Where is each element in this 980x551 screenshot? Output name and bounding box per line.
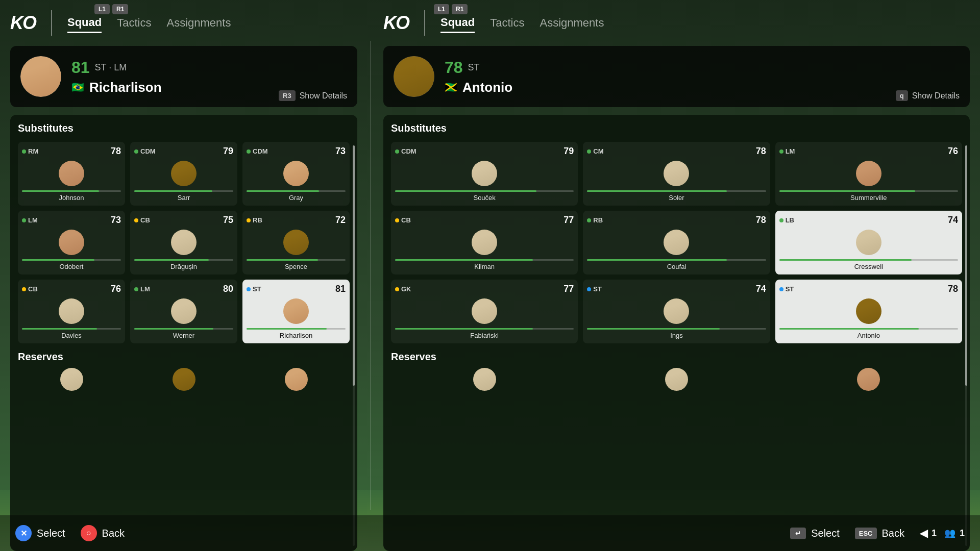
left-player-dragusin[interactable]: CB 75 Drăgușin — [130, 211, 237, 274]
left-featured-flag: 🇧🇷 — [71, 81, 84, 93]
right-featured-name-row: 🇯🇲 Antonio — [445, 80, 960, 95]
nav-arrow-icon: ◀ — [920, 527, 927, 539]
left-show-details-key: R3 — [279, 90, 296, 101]
right-rating-antonio: 78 — [948, 284, 958, 294]
left-face-johnson — [59, 161, 84, 186]
left-player-gray[interactable]: CDM 73 Gray — [242, 142, 350, 206]
left-scroll-thumb — [353, 145, 355, 386]
left-squad-card: Substitutes RM 78 Johnson — [10, 115, 357, 551]
left-reserve-2[interactable] — [130, 368, 237, 391]
right-player-antonio[interactable]: ST 78 Antonio — [775, 280, 962, 343]
left-face-werner — [171, 298, 197, 324]
right-face-fabiasnki — [472, 298, 497, 324]
right-reserve-2[interactable] — [583, 368, 770, 391]
left-back-button[interactable]: ○ Back — [81, 525, 125, 541]
left-reserve-face-2 — [173, 368, 195, 391]
right-player-cresswell[interactable]: LB 74 Cresswell — [775, 211, 962, 274]
right-show-details-label: Show Details — [912, 91, 960, 101]
right-player-soucek[interactable]: CDM 79 Souček — [391, 142, 578, 206]
left-featured-player-card: 81 ST · LM 🇧🇷 Richarlison R3 Show Detail… — [10, 46, 357, 107]
right-select-button[interactable]: ↵ Select — [790, 527, 840, 539]
left-pos-richarlison: ST — [253, 285, 261, 293]
left-name-spence: Spence — [285, 263, 307, 270]
right-face-summerville — [856, 161, 881, 186]
counter-left: 1 — [932, 528, 937, 539]
right-back-button[interactable]: ESC Back — [855, 527, 904, 539]
right-reserve-face-2 — [665, 368, 688, 391]
left-featured-name: Richarlison — [89, 80, 162, 95]
right-name-coufal: Coufal — [667, 263, 687, 270]
right-rating-cresswell: 74 — [948, 215, 958, 226]
left-rating-sarr: 79 — [223, 146, 233, 157]
counter-right: 1 — [960, 528, 965, 539]
left-select-button[interactable]: ✕ Select — [15, 525, 65, 541]
left-player-spence[interactable]: RB 72 Spence — [242, 211, 350, 274]
o-button-icon: ○ — [81, 525, 97, 541]
left-face-odobert — [59, 230, 84, 255]
left-player-johnson[interactable]: RM 78 Johnson — [18, 142, 125, 206]
left-name-richarlison-sub: Richarlison — [280, 332, 312, 339]
right-player-fabiasnki[interactable]: GK 77 Fabiański — [391, 280, 578, 343]
l1-button-right[interactable]: L1 — [434, 4, 449, 14]
right-name-cresswell: Cresswell — [854, 263, 883, 270]
left-dot-spence — [247, 218, 251, 222]
left-dot-richarlison — [247, 287, 251, 291]
right-reserve-3[interactable] — [775, 368, 962, 391]
left-featured-avatar — [20, 56, 61, 97]
bottom-left-controls: ✕ Select ○ Back — [15, 525, 125, 541]
right-dot-kilman — [395, 218, 399, 222]
right-name-summerville: Summerville — [850, 194, 887, 202]
left-tab-squad[interactable]: Squad — [67, 13, 102, 33]
right-face-kilman — [472, 230, 497, 255]
right-player-coufal[interactable]: RB 78 Coufal — [583, 211, 770, 274]
left-dot-johnson — [22, 149, 26, 154]
left-reserve-1[interactable] — [18, 368, 125, 391]
x-button-icon: ✕ — [15, 525, 32, 541]
right-player-kilman[interactable]: CB 77 Kilman — [391, 211, 578, 274]
left-tab-assignments[interactable]: Assignments — [166, 14, 231, 32]
left-header-divider — [51, 10, 52, 36]
right-rating-soucek: 79 — [564, 146, 574, 157]
right-tab-tactics[interactable]: Tactics — [490, 14, 524, 32]
r1-button-left[interactable]: R1 — [112, 4, 128, 14]
right-reserve-face-3 — [857, 368, 880, 391]
left-featured-position: ST · LM — [95, 62, 127, 73]
right-players-grid: CDM 79 Souček CM 78 — [391, 142, 962, 343]
right-scroll-indicator — [965, 145, 967, 546]
right-reserve-1[interactable] — [391, 368, 578, 391]
bottom-right-controls: ↵ Select ESC Back ◀ 1 👥 1 — [790, 527, 965, 539]
right-pos-cresswell: LB — [786, 216, 794, 224]
right-face-ings — [664, 298, 689, 324]
left-select-label: Select — [37, 528, 65, 539]
l1-button-left[interactable]: L1 — [94, 4, 110, 14]
left-player-odobert[interactable]: LM 73 Odobert — [18, 211, 125, 274]
right-pos-kilman: CB — [401, 216, 411, 224]
left-face-gray — [283, 161, 309, 186]
left-player-werner[interactable]: LM 80 Werner — [130, 280, 237, 343]
right-player-summerville[interactable]: LM 76 Summerville — [775, 142, 962, 206]
r1-button-right[interactable]: R1 — [452, 4, 468, 14]
right-player-ings[interactable]: ST 74 Ings — [583, 280, 770, 343]
right-rating-soler: 78 — [756, 146, 766, 157]
left-reserve-3[interactable] — [242, 368, 350, 391]
right-tab-squad[interactable]: Squad — [440, 13, 475, 33]
left-player-sarr[interactable]: CDM 79 Sarr — [130, 142, 237, 206]
left-show-details[interactable]: R3 Show Details — [279, 90, 347, 101]
right-tab-assignments[interactable]: Assignments — [540, 14, 604, 32]
left-player-davies[interactable]: CB 76 Davies — [18, 280, 125, 343]
right-reserves-grid — [391, 368, 962, 391]
left-logo: KO — [10, 12, 36, 34]
left-player-richarlison[interactable]: ST 81 Richarlison — [242, 280, 350, 343]
right-controller-buttons: L1 R1 — [434, 4, 468, 14]
left-name-werner: Werner — [173, 332, 194, 339]
left-tab-tactics[interactable]: Tactics — [117, 14, 151, 32]
right-featured-name: Antonio — [462, 80, 512, 95]
left-pos-johnson: RM — [28, 147, 38, 155]
left-reserve-face-3 — [285, 368, 308, 391]
left-face-davies — [59, 298, 84, 324]
right-show-details[interactable]: q Show Details — [896, 90, 960, 101]
left-pos-odobert: LM — [28, 216, 38, 224]
right-player-soler[interactable]: CM 78 Soler — [583, 142, 770, 206]
right-reserves-title: Reserves — [391, 351, 962, 363]
left-face-sarr — [171, 161, 197, 186]
